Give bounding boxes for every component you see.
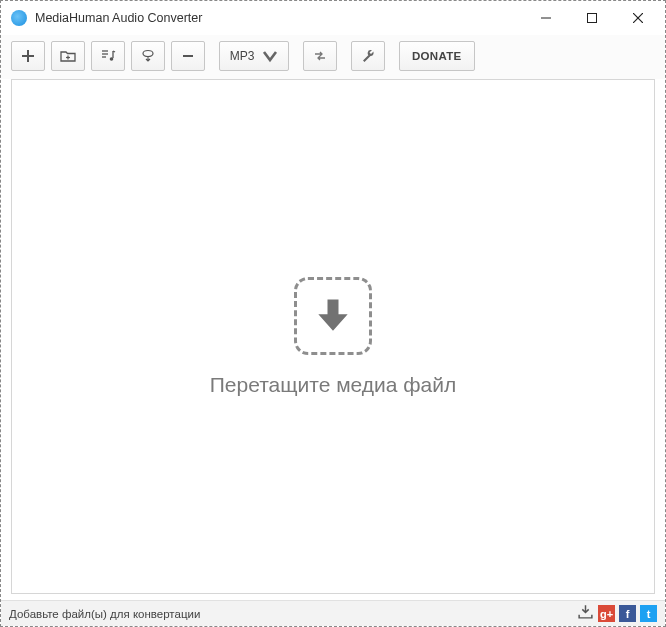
minus-icon	[180, 48, 196, 64]
download-arrow-icon	[311, 294, 355, 338]
donate-label: DONATE	[412, 50, 462, 62]
format-label: MP3	[230, 49, 255, 63]
updates-button[interactable]	[577, 603, 594, 624]
maximize-button[interactable]	[569, 2, 615, 34]
music-list-icon	[100, 48, 116, 64]
settings-button[interactable]	[351, 41, 385, 71]
add-file-button[interactable]	[11, 41, 45, 71]
minimize-button[interactable]	[523, 2, 569, 34]
statusbar: Добавьте файл(ы) для конвертации g+ f t	[1, 600, 665, 626]
svg-rect-1	[588, 14, 597, 23]
folder-plus-icon	[60, 48, 76, 64]
titlebar: MediaHuman Audio Converter	[1, 1, 665, 35]
minimize-icon	[541, 13, 551, 23]
drop-box	[294, 277, 372, 355]
chevron-down-icon	[262, 48, 278, 64]
wrench-icon	[360, 48, 376, 64]
drop-text: Перетащите медиа файл	[210, 373, 457, 397]
convert-button[interactable]	[303, 41, 337, 71]
search-button[interactable]	[131, 41, 165, 71]
plus-icon	[20, 48, 36, 64]
close-button[interactable]	[615, 2, 661, 34]
locate-icon	[140, 48, 156, 64]
toolbar: MP3 DONATE	[1, 35, 665, 79]
svg-point-11	[110, 57, 114, 61]
tray-download-icon	[577, 603, 594, 620]
app-title: MediaHuman Audio Converter	[35, 11, 523, 25]
format-dropdown[interactable]: MP3	[219, 41, 289, 71]
app-icon	[11, 10, 27, 26]
remove-button[interactable]	[171, 41, 205, 71]
twitter-button[interactable]: t	[640, 605, 657, 622]
close-icon	[633, 13, 643, 23]
convert-icon	[312, 48, 328, 64]
itunes-button[interactable]	[91, 41, 125, 71]
maximize-icon	[587, 13, 597, 23]
facebook-button[interactable]: f	[619, 605, 636, 622]
status-text: Добавьте файл(ы) для конвертации	[9, 608, 577, 620]
social-links: g+ f t	[577, 603, 657, 624]
window-controls	[523, 2, 661, 34]
app-window: MediaHuman Audio Converter	[1, 1, 665, 626]
googleplus-button[interactable]: g+	[598, 605, 615, 622]
svg-point-12	[143, 51, 153, 57]
add-folder-button[interactable]	[51, 41, 85, 71]
drop-area[interactable]: Перетащите медиа файл	[11, 79, 655, 594]
donate-button[interactable]: DONATE	[399, 41, 475, 71]
